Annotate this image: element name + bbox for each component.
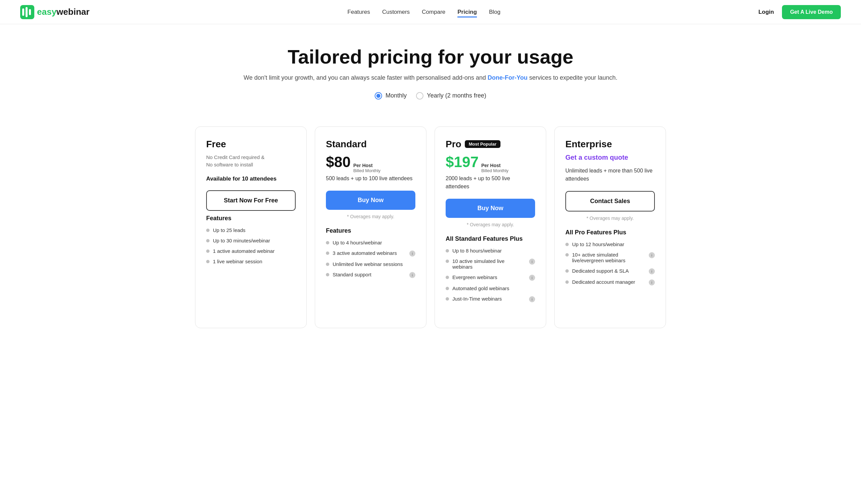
feature-dot	[206, 260, 209, 263]
feature-text: Up to 12 hours/webinar	[572, 241, 624, 247]
list-item: Evergreen webinars i	[446, 274, 535, 281]
navigation: easywebinar Features Customers Compare P…	[0, 0, 861, 24]
pro-feature-list: Up to 8 hours/webinar 10 active simulate…	[446, 248, 535, 302]
feature-dot	[326, 252, 329, 255]
free-start-button[interactable]: Start Now For Free	[206, 190, 296, 211]
nav-compare[interactable]: Compare	[422, 9, 445, 16]
pro-leads: 2000 leads + up to 500 live attendees	[446, 174, 535, 191]
feature-dot	[446, 260, 449, 263]
standard-feature-list: Up to 4 hours/webinar 3 active automated…	[326, 240, 415, 278]
list-item: 1 live webinar session	[206, 258, 296, 264]
plan-pro-price: $197 Per Host Billed Monthly	[446, 154, 535, 173]
per-host-label: Per Host	[353, 163, 380, 168]
login-link[interactable]: Login	[758, 9, 774, 15]
info-icon[interactable]: i	[529, 258, 535, 265]
plan-free-attendees: Available for 10 attendees	[206, 176, 296, 182]
monthly-radio-inner	[377, 94, 380, 98]
done-for-you-link[interactable]: Done-For-You	[488, 74, 528, 81]
svg-rect-1	[22, 9, 24, 16]
billed-label: Billed Monthly	[481, 168, 508, 173]
plan-free-name: Free	[206, 139, 296, 150]
monthly-option[interactable]: Monthly	[375, 92, 407, 99]
billing-toggle: Monthly Yearly (2 months free)	[13, 92, 848, 99]
pro-price-meta: Per Host Billed Monthly	[481, 163, 508, 173]
info-icon[interactable]: i	[409, 251, 415, 256]
plan-free: Free No Credit Card required &No softwar…	[195, 126, 307, 328]
plan-enterprise: Enterprise Get a custom quote Unlimited …	[554, 126, 666, 328]
list-item: Standard support i	[326, 272, 415, 278]
free-features-title: Features	[206, 215, 296, 222]
feature-text: 1 active automated webinar	[213, 248, 274, 254]
list-item: Dedicated support & SLA i	[565, 268, 655, 274]
standard-price-amount: $80	[326, 154, 351, 170]
info-icon[interactable]: i	[649, 279, 655, 285]
feature-text: Up to 4 hours/webinar	[333, 240, 382, 246]
list-item: Up to 25 leads	[206, 227, 296, 233]
feature-text: 3 active automated webinars	[333, 250, 397, 256]
yearly-label: Yearly (2 months free)	[427, 92, 486, 99]
monthly-radio[interactable]	[375, 92, 382, 99]
pricing-grid: Free No Credit Card required &No softwar…	[195, 126, 666, 328]
nav-right: Login Get A Live Demo	[758, 5, 841, 19]
hero-section: Tailored pricing for your usage We don't…	[0, 24, 861, 113]
logo[interactable]: easywebinar	[20, 5, 90, 19]
nav-customers[interactable]: Customers	[382, 9, 410, 16]
list-item: 3 active automated webinars i	[326, 250, 415, 256]
feature-text: Up to 25 leads	[213, 227, 246, 233]
hero-title: Tailored pricing for your usage	[13, 46, 848, 68]
feature-text: 10 active simulated live webinars	[452, 258, 526, 270]
standard-features-title: Features	[326, 227, 415, 234]
list-item: Dedicated account manager i	[565, 279, 655, 285]
enterprise-contact-button[interactable]: Contact Sales	[565, 191, 655, 211]
plan-enterprise-name: Enterprise	[565, 139, 655, 150]
info-icon[interactable]: i	[649, 268, 655, 274]
plan-standard: Standard $80 Per Host Billed Monthly 500…	[315, 126, 426, 328]
logo-icon	[20, 5, 34, 19]
info-icon[interactable]: i	[649, 252, 655, 258]
pro-features-title: All Standard Features Plus	[446, 235, 535, 242]
get-live-demo-button[interactable]: Get A Live Demo	[782, 5, 841, 19]
info-icon[interactable]: i	[529, 296, 535, 302]
feature-dot	[326, 263, 329, 266]
yearly-radio[interactable]	[416, 92, 423, 99]
list-item: Up to 4 hours/webinar	[326, 240, 415, 246]
feature-dot	[206, 239, 209, 242]
feature-dot	[326, 273, 329, 276]
plan-standard-price: $80 Per Host Billed Monthly	[326, 154, 415, 173]
list-item: 10+ active simulated live/evergreen webi…	[565, 252, 655, 263]
plan-standard-name: Standard	[326, 139, 415, 150]
feature-text: Evergreen webinars	[452, 274, 497, 280]
billed-label: Billed Monthly	[353, 168, 380, 173]
nav-blog[interactable]: Blog	[489, 9, 501, 16]
pro-buy-button[interactable]: Buy Now	[446, 199, 535, 218]
list-item: 10 active simulated live webinars i	[446, 258, 535, 270]
nav-pricing[interactable]: Pricing	[457, 9, 477, 17]
feature-text: Up to 30 minutes/webinar	[213, 238, 270, 243]
standard-buy-button[interactable]: Buy Now	[326, 191, 415, 210]
nav-features[interactable]: Features	[347, 9, 370, 16]
feature-text: Automated gold webinars	[452, 285, 509, 291]
info-icon[interactable]: i	[529, 275, 535, 281]
yearly-option[interactable]: Yearly (2 months free)	[416, 92, 486, 99]
feature-text: 10+ active simulated live/evergreen webi…	[572, 252, 645, 263]
feature-dot	[326, 241, 329, 244]
feature-dot	[206, 229, 209, 232]
feature-dot	[565, 269, 569, 273]
feature-dot	[446, 249, 449, 252]
feature-text: Just-In-Time webinars	[452, 296, 502, 302]
list-item: Up to 12 hours/webinar	[565, 241, 655, 247]
list-item: 1 active automated webinar	[206, 248, 296, 254]
hero-subtitle: We don't limit your growth, and you can …	[13, 74, 848, 81]
custom-quote: Get a custom quote	[565, 154, 655, 162]
pricing-section: Free No Credit Card required &No softwar…	[0, 113, 861, 348]
free-feature-list: Up to 25 leads Up to 30 minutes/webinar …	[206, 227, 296, 264]
plan-pro-name: Pro	[446, 139, 462, 150]
enterprise-features-title: All Pro Features Plus	[565, 229, 655, 236]
enterprise-feature-list: Up to 12 hours/webinar 10+ active simula…	[565, 241, 655, 285]
svg-rect-2	[26, 7, 28, 17]
feature-dot	[206, 250, 209, 253]
logo-text: easywebinar	[37, 7, 90, 17]
svg-rect-3	[29, 9, 31, 15]
info-icon[interactable]: i	[409, 272, 415, 278]
standard-overage: * Overages may apply.	[326, 214, 415, 219]
